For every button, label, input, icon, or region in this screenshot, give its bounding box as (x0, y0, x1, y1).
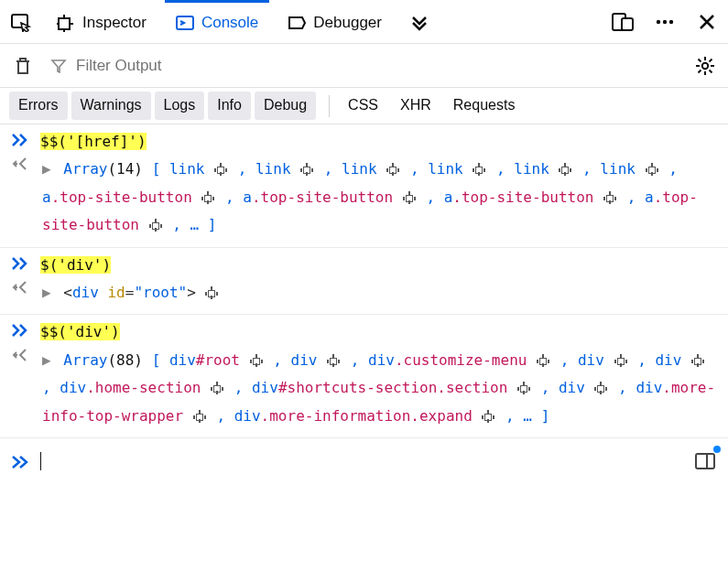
pick-element-button[interactable] (7, 8, 35, 36)
category-warnings[interactable]: Warnings (71, 92, 151, 119)
separator (329, 95, 330, 117)
category-requests[interactable]: Requests (444, 92, 525, 119)
console-input-text: $$('[href]') (40, 133, 147, 150)
console-output: $$('[href]')▶ Array(14) [ link , link , … (0, 124, 728, 438)
inspect-node-icon[interactable] (210, 381, 224, 394)
svg-line-19 (699, 70, 701, 72)
clear-console-button[interactable] (9, 52, 37, 80)
inspect-node-icon[interactable] (481, 409, 495, 423)
inspect-node-icon[interactable] (299, 162, 314, 176)
svg-point-12 (702, 62, 708, 68)
input-arrow-icon (9, 453, 31, 469)
inspect-node-icon[interactable] (386, 162, 400, 176)
tab-label: Debugger (313, 12, 382, 34)
tab-label: Console (201, 12, 258, 34)
tab-overflow-button[interactable] (406, 8, 433, 36)
disclosure-triangle[interactable]: ▶ (42, 284, 51, 301)
inspect-node-icon[interactable] (204, 286, 219, 299)
svg-rect-1 (59, 18, 70, 29)
svg-point-10 (663, 19, 667, 23)
category-errors[interactable]: Errors (9, 92, 68, 119)
console-input-text: $$('div') (40, 323, 120, 340)
inspect-node-icon[interactable] (603, 190, 617, 204)
editor-toggle-button[interactable] (691, 447, 719, 475)
inspect-node-icon[interactable] (192, 409, 207, 423)
close-devtools-button[interactable] (693, 8, 721, 36)
notification-dot-icon (713, 446, 721, 453)
category-xhr[interactable]: XHR (391, 92, 440, 119)
inspect-node-icon[interactable] (213, 162, 228, 176)
inspect-node-icon[interactable] (536, 353, 550, 367)
svg-rect-21 (696, 454, 714, 469)
inspect-node-icon[interactable] (326, 353, 341, 367)
category-info[interactable]: Info (208, 92, 251, 119)
tab-console[interactable]: Console (165, 0, 269, 43)
tab-label: Inspector (82, 12, 147, 34)
console-output-value[interactable]: ▶ Array(88) [ div#root , div , div.custo… (40, 347, 719, 430)
inspect-node-icon[interactable] (472, 162, 486, 176)
text-cursor (40, 452, 41, 470)
responsive-design-button[interactable] (609, 8, 636, 36)
debugger-icon (288, 14, 306, 32)
inspect-node-icon[interactable] (402, 190, 417, 204)
inspect-node-icon[interactable] (249, 353, 264, 367)
inspect-node-icon[interactable] (516, 381, 531, 394)
svg-point-11 (669, 19, 673, 23)
console-input-text: $('div') (40, 256, 111, 274)
console-filter-bar (0, 44, 728, 88)
svg-line-17 (699, 59, 701, 61)
console-category-bar: Errors Warnings Logs Info Debug CSS XHR … (0, 88, 728, 124)
inspect-node-icon[interactable] (558, 162, 572, 176)
svg-line-20 (710, 59, 712, 61)
devtools-toolbar: Inspector Console Debugger (0, 0, 728, 44)
category-logs[interactable]: Logs (155, 92, 205, 119)
console-output-value[interactable]: ▶ Array(14) [ link , link , link , link … (40, 156, 719, 239)
console-prompt[interactable] (0, 438, 728, 484)
inspect-node-icon[interactable] (201, 190, 215, 204)
category-css[interactable]: CSS (339, 92, 387, 119)
tab-inspector[interactable]: Inspector (46, 0, 158, 43)
console-output-value[interactable]: ▶ <div id="root"> (40, 279, 719, 307)
select-icon (57, 14, 75, 32)
console-settings-button[interactable] (691, 52, 719, 80)
tab-debugger[interactable]: Debugger (277, 0, 393, 43)
inspect-node-icon[interactable] (614, 353, 628, 367)
category-debug[interactable]: Debug (255, 92, 316, 119)
console-icon (176, 14, 194, 32)
inspect-node-icon[interactable] (593, 381, 608, 394)
svg-point-9 (657, 19, 660, 23)
filter-output-input[interactable] (74, 56, 678, 76)
filter-wrapper (46, 53, 682, 79)
inspect-node-icon[interactable] (690, 353, 705, 367)
kebab-menu-button[interactable] (651, 8, 679, 36)
svg-line-18 (710, 70, 712, 72)
svg-rect-8 (622, 18, 633, 30)
disclosure-triangle[interactable]: ▶ (42, 160, 51, 178)
disclosure-triangle[interactable]: ▶ (42, 351, 51, 369)
inspect-node-icon[interactable] (148, 218, 163, 232)
inspect-node-icon[interactable] (645, 162, 659, 176)
funnel-icon (50, 58, 67, 74)
